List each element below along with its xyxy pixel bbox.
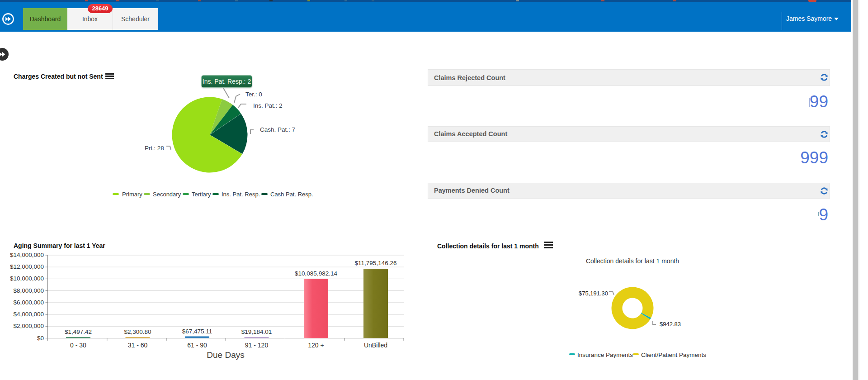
svg-text:$8,000,000: $8,000,000 [13,287,44,294]
svg-text:$14,000,000: $14,000,000 [10,252,44,258]
svg-text:61 - 90: 61 - 90 [187,342,207,349]
svg-text:$6,000,000: $6,000,000 [13,299,44,306]
svg-text:$4,000,000: $4,000,000 [13,311,44,318]
svg-text:0 - 30: 0 - 30 [70,342,86,349]
svg-text:$10,085,982.14: $10,085,982.14 [295,270,337,277]
svg-text:Due Days: Due Days [207,350,244,360]
svg-text:31 - 60: 31 - 60 [128,342,148,349]
svg-text:$12,000,000: $12,000,000 [10,263,44,270]
svg-text:$2,000,000: $2,000,000 [13,323,44,329]
svg-text:$0: $0 [37,335,44,342]
svg-text:91 - 120: 91 - 120 [245,342,269,349]
svg-text:$10,000,000: $10,000,000 [10,275,44,282]
svg-text:$1,497.42: $1,497.42 [65,328,92,335]
svg-text:$67,475.11: $67,475.11 [182,328,212,335]
svg-text:$11,795,146.26: $11,795,146.26 [355,260,397,266]
svg-text:$19,184.01: $19,184.01 [241,328,272,335]
svg-text:120 +: 120 + [308,342,324,349]
svg-text:UnBilled: UnBilled [364,342,387,349]
svg-text:$2,300.80: $2,300.80 [124,328,151,335]
